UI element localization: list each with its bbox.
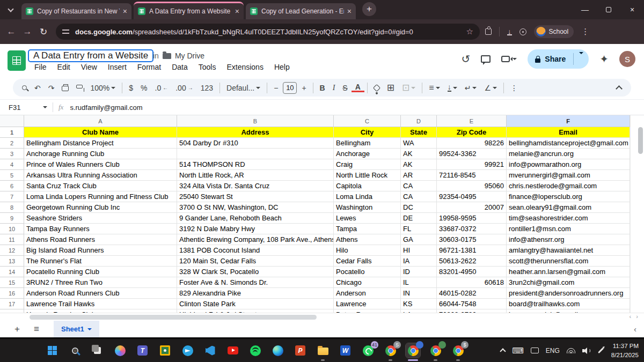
minimize-button[interactable]: — — [573, 5, 597, 14]
cell[interactable]: 33687-0372 — [437, 224, 507, 234]
chrome-profile-1-icon[interactable]: S — [383, 343, 398, 358]
cell[interactable]: Lawrence Trail Hawks — [24, 299, 177, 309]
cell[interactable]: North Little Rock — [334, 170, 401, 181]
more-options-button[interactable]: ⋮ — [507, 84, 522, 92]
clock[interactable]: 11:37 PM 8/21/2025 — [611, 342, 639, 359]
column-header-c[interactable]: C — [334, 115, 401, 127]
new-tab-button[interactable]: + — [362, 2, 376, 16]
cell[interactable]: FL — [401, 224, 437, 234]
cell[interactable]: 46015-0282 — [437, 288, 507, 299]
cell[interactable]: Seashore Striders — [24, 213, 177, 224]
cell[interactable]: Clinton State Park — [177, 299, 334, 309]
toolbar-search-button[interactable] — [18, 85, 31, 90]
location-label[interactable]: My Drive — [175, 51, 204, 60]
touchpad-icon[interactable] — [531, 348, 539, 353]
cell[interactable]: 83201-4950 — [437, 267, 507, 277]
teams-icon[interactable]: T — [135, 343, 150, 358]
share-dropdown[interactable] — [574, 54, 589, 64]
cell[interactable]: Prince of Wales Runners Club — [24, 159, 177, 170]
cell[interactable]: amlangtry@hawaiiantel.net — [507, 245, 630, 256]
cell[interactable]: Anchorage — [334, 149, 401, 159]
meet-button[interactable] — [501, 56, 517, 62]
cell[interactable]: 829 Alexandria Pike — [177, 288, 334, 299]
cell[interactable]: finance@lopersclub.org — [507, 191, 630, 202]
row-number[interactable]: 17 — [0, 299, 24, 309]
cell[interactable]: Craig — [334, 159, 401, 170]
cell[interactable]: CA — [401, 191, 437, 202]
cell[interactable]: Foster Ave & N. Simonds Dr. — [177, 277, 334, 288]
cell[interactable]: 99524-3362 — [437, 149, 507, 159]
horizontal-scrollbar[interactable]: ‹ › — [0, 313, 644, 321]
close-button[interactable]: × — [620, 5, 644, 14]
row-number[interactable]: 14 — [0, 267, 24, 277]
cell[interactable]: IL — [401, 277, 437, 288]
zoom-select[interactable]: 100% — [86, 84, 119, 92]
word-icon[interactable]: W — [338, 343, 353, 358]
copilot-icon[interactable] — [113, 343, 127, 358]
row-number[interactable]: 10 — [0, 224, 24, 234]
cell[interactable]: Hilo — [334, 245, 401, 256]
chrome-profile-4-icon[interactable]: $ — [451, 343, 465, 358]
header-cell[interactable]: City — [334, 127, 401, 138]
cell[interactable]: 99921 — [437, 159, 507, 170]
row-number[interactable]: 4 — [0, 159, 24, 170]
cell[interactable]: 328 W Clark St, Pocatello — [177, 267, 334, 277]
cell[interactable]: Athens — [334, 234, 401, 245]
header-cell[interactable]: Club Name — [24, 127, 177, 138]
merge-cells-button[interactable]: ⊡ — [398, 82, 419, 93]
font-select[interactable]: Defaul... — [223, 84, 264, 92]
cell[interactable]: 3RUN2 / Three Run Two — [24, 277, 177, 288]
cell[interactable]: 3192 N Dale Mabry Hwy — [177, 224, 334, 234]
row-number[interactable]: 1 — [0, 127, 24, 138]
cell[interactable]: rontiller1@msn.com — [507, 224, 630, 234]
cell[interactable]: Big Island Road Runners — [24, 245, 177, 256]
browser-menu-icon[interactable]: ⋮ — [581, 27, 589, 36]
formula-input[interactable]: s.rudfamily@gmail.com — [70, 104, 142, 112]
cell[interactable]: ID — [401, 267, 437, 277]
cell[interactable]: 95060 — [437, 181, 507, 191]
edge-icon[interactable] — [270, 343, 285, 358]
horizontal-align-button[interactable]: ≡ — [425, 83, 443, 93]
bold-button[interactable]: B — [316, 84, 329, 92]
fill-color-button[interactable] — [370, 85, 383, 91]
browser-tab[interactable]: Copy of Restaurants in New Yor× — [21, 3, 131, 19]
tab-close-icon[interactable]: × — [123, 7, 127, 16]
tab-search-button[interactable] — [4, 3, 17, 16]
menu-tools[interactable]: Tools — [194, 62, 221, 72]
file-explorer-icon[interactable] — [316, 343, 330, 358]
row-number[interactable]: 16 — [0, 288, 24, 299]
cell[interactable]: 96721-1381 — [437, 245, 507, 256]
collapse-panel-icon[interactable]: ‹ — [634, 324, 644, 334]
cell[interactable]: Athentic Brewing Company, 108 Park Ave.,… — [177, 234, 334, 245]
cell[interactable]: KS — [401, 299, 437, 309]
row-number[interactable]: 2 — [0, 138, 24, 149]
cell[interactable]: AK — [401, 159, 437, 170]
tray-expand-icon[interactable] — [500, 348, 506, 354]
cell[interactable]: Tampa — [334, 224, 401, 234]
classroom-icon[interactable] — [158, 343, 172, 358]
browser-tab[interactable]: Copy of Lead Generation - Ema× — [246, 3, 356, 19]
menu-format[interactable]: Format — [133, 62, 165, 72]
name-box[interactable]: F31 — [0, 104, 47, 112]
cell[interactable]: Bellingham — [334, 138, 401, 149]
share-button[interactable]: Share — [528, 49, 589, 69]
cell[interactable]: 514 THOMPSON RD — [177, 159, 334, 170]
column-header-f[interactable]: F — [507, 115, 630, 127]
row-number[interactable]: 9 — [0, 213, 24, 224]
extensions-icon[interactable] — [485, 28, 492, 35]
cell[interactable]: CA — [401, 181, 437, 191]
cell[interactable]: AR — [401, 170, 437, 181]
cell[interactable] — [177, 149, 334, 159]
menu-file[interactable]: File — [30, 62, 51, 72]
cell[interactable]: WA — [401, 138, 437, 149]
cell[interactable]: Pocatello — [334, 267, 401, 277]
cell[interactable]: North Little Rock, AR — [177, 170, 334, 181]
cell[interactable]: Georgetown Running Club Inc — [24, 202, 177, 213]
cell[interactable]: HI — [401, 245, 437, 256]
cell[interactable]: 72116-8545 — [437, 170, 507, 181]
horizontal-scroll-thumb[interactable] — [30, 315, 317, 320]
browser-tool-icon[interactable] — [519, 28, 526, 35]
comment-icon[interactable] — [481, 55, 491, 63]
undo-button[interactable]: ↶ — [31, 84, 45, 92]
cell[interactable]: Loma Linda — [334, 191, 401, 202]
